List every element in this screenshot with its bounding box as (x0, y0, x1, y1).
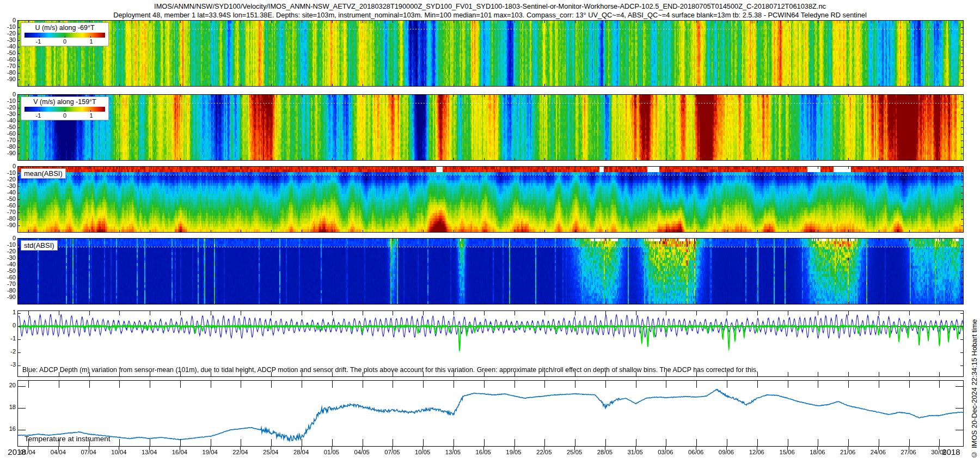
x-tick-label: 03/06 (658, 449, 673, 455)
x-tick-label: 10/04 (111, 449, 126, 455)
x-tick-label: 07/04 (81, 449, 96, 455)
x-tick-label: 27/06 (901, 449, 916, 455)
y-tick-label: 0 (0, 17, 16, 23)
y-tick-label: -50 (0, 50, 16, 56)
y-tick-label: 0 (0, 91, 16, 98)
y-tick-label: 0 (0, 322, 16, 328)
y-tick-label: -80 (0, 143, 16, 150)
u-colorbar-legend: U (m/s) along -69°T -1 0 1 (21, 22, 109, 46)
y-tick-label: -60 (0, 274, 16, 281)
y-tick-label: -80 (0, 215, 16, 222)
x-tick-label: 04/04 (51, 449, 66, 455)
x-tick-label: 01/04 (20, 449, 35, 455)
y-tick-label: -30 (0, 182, 16, 189)
y-tick-label: -10 (0, 23, 16, 30)
x-tick-label: 31/05 (627, 449, 642, 455)
y-tick-label: -40 (0, 261, 16, 267)
std-absi-label: std(ABSI) (21, 240, 58, 251)
y-tick-label: -70 (0, 281, 16, 287)
y-tick-label: -50 (0, 196, 16, 202)
y-tick-label: -70 (0, 209, 16, 215)
y-tick-label: -90 (0, 222, 16, 228)
y-tick-label: -80 (0, 69, 16, 76)
v-colorbar-labels: -1 0 1 (23, 112, 106, 119)
temperature-label: Temperature at instrument (24, 435, 111, 443)
x-tick-label: 28/04 (293, 449, 309, 455)
y-tick-label: 20 (0, 382, 16, 388)
x-tick-label: 19/05 (506, 449, 521, 455)
y-tick-label: 0 (0, 235, 16, 241)
x-tick-label: 22/04 (232, 449, 248, 455)
panel-temperature: Temperature at instrument (17, 380, 964, 447)
y-tick-label: -3 (0, 361, 16, 368)
copyright-watermark: © IMOS 20-Dec-2024 22:34:15 Hobart time (970, 319, 978, 459)
colorbar-label: 0 (63, 112, 66, 119)
std-absi-heatmap (18, 239, 963, 304)
y-tick-label: 18 (0, 404, 16, 410)
panel-depth-variation: Blue: ADCP Depth (m) variation from sens… (17, 310, 964, 377)
x-tick-label: 10/05 (415, 449, 430, 455)
temperature-plot (18, 381, 963, 446)
x-tick-label: 28/05 (597, 449, 612, 455)
y-tick-label: -20 (0, 176, 16, 182)
y-tick-label: -70 (0, 63, 16, 69)
x-tick-label: 06/06 (688, 449, 703, 455)
x-tick-label: 21/06 (840, 449, 855, 455)
x-tick-label: 19/04 (203, 449, 218, 455)
panel-u-velocity: U (m/s) along -69°T -1 0 1 (17, 20, 964, 87)
x-tick-label: 13/05 (445, 449, 461, 455)
depth-caption: Blue: ADCP Depth (m) variation from sens… (22, 366, 758, 374)
y-tick-label: -90 (0, 294, 16, 300)
panel-std-absi: std(ABSI) (17, 238, 964, 304)
figure-subtitle: Deployment 48, member 1 lat=33.94S lon=1… (0, 11, 980, 19)
y-tick-label: -10 (0, 241, 16, 248)
x-axis: 2018 2018 01/0404/0407/0410/0413/0416/04… (17, 447, 963, 458)
y-tick-label: 0 (0, 163, 16, 169)
v-colorbar (24, 107, 105, 112)
x-tick-label: 12/06 (749, 449, 764, 455)
y-tick-label: -20 (0, 104, 16, 111)
u-colorbar-labels: -1 0 1 (23, 38, 106, 45)
x-tick-label: 25/05 (567, 449, 582, 455)
y-tick-label: -60 (0, 56, 16, 63)
x-tick-label: 01/05 (324, 449, 339, 455)
u-velocity-heatmap (18, 21, 963, 86)
y-tick-label: 16 (0, 425, 16, 432)
y-tick-label: -80 (0, 287, 16, 294)
mean-absi-heatmap (18, 167, 963, 232)
x-tick-label: 04/05 (354, 449, 369, 455)
colorbar-label: 1 (90, 38, 93, 45)
x-tick-label: 25/04 (263, 449, 278, 455)
y-tick-label: -60 (0, 130, 16, 137)
colorbar-label: -1 (35, 112, 41, 119)
y-tick-label: -90 (0, 150, 16, 156)
x-tick-label: 24/06 (871, 449, 886, 455)
v-velocity-heatmap (18, 95, 963, 160)
u-legend-title: U (m/s) along -69°T (23, 24, 106, 32)
y-tick-label: -10 (0, 98, 16, 104)
colorbar-label: 1 (90, 112, 93, 119)
y-tick-label: 1 (0, 309, 16, 315)
y-tick-label: -70 (0, 137, 16, 143)
y-tick-label: -30 (0, 36, 16, 43)
y-tick-label: -60 (0, 202, 16, 209)
x-tick-label: 13/04 (142, 449, 157, 455)
x-tick-label: 16/04 (172, 449, 187, 455)
y-tick-label: -20 (0, 248, 16, 254)
colorbar-label: 0 (63, 38, 66, 45)
mean-absi-label: mean(ABSI) (21, 168, 66, 179)
x-tick-label: 09/06 (719, 449, 734, 455)
v-legend-title: V (m/s) along -159°T (23, 98, 106, 106)
y-tick-label: -30 (0, 254, 16, 261)
y-tick-label: -50 (0, 124, 16, 130)
y-tick-label: -2 (0, 348, 16, 355)
x-tick-label: 30/06 (931, 449, 946, 455)
y-tick-label: -40 (0, 117, 16, 124)
panel-mean-absi: mean(ABSI) (17, 166, 964, 233)
y-tick-label: -40 (0, 43, 16, 50)
panel-v-velocity: V (m/s) along -159°T -1 0 1 (17, 94, 964, 161)
x-tick-label: 15/06 (779, 449, 794, 455)
colorbar-label: -1 (35, 38, 41, 45)
y-tick-label: -90 (0, 76, 16, 82)
x-tick-label: 16/05 (476, 449, 491, 455)
